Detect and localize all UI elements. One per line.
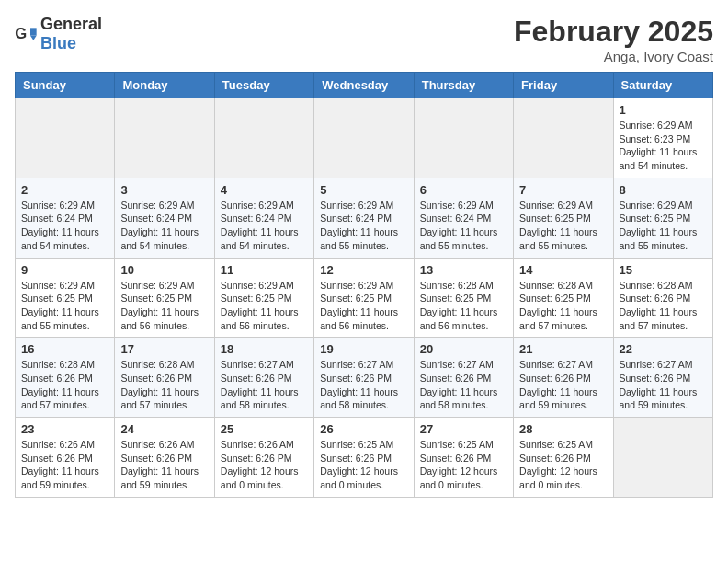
logo-general: General: [40, 15, 102, 33]
day-number: 4: [221, 183, 308, 197]
calendar-cell: 20Sunrise: 6:27 AM Sunset: 6:26 PM Dayli…: [414, 338, 513, 418]
calendar-cell: [16, 98, 115, 178]
day-info: Sunrise: 6:28 AM Sunset: 6:26 PM Dayligh…: [620, 279, 707, 333]
day-info: Sunrise: 6:29 AM Sunset: 6:24 PM Dayligh…: [120, 199, 208, 253]
day-info: Sunrise: 6:28 AM Sunset: 6:26 PM Dayligh…: [21, 358, 108, 412]
day-number: 14: [519, 263, 607, 277]
day-number: 11: [221, 263, 308, 277]
calendar-table: SundayMondayTuesdayWednesdayThursdayFrid…: [15, 72, 713, 498]
calendar-week-row: 23Sunrise: 6:26 AM Sunset: 6:26 PM Dayli…: [16, 418, 713, 498]
calendar-cell: 19Sunrise: 6:27 AM Sunset: 6:26 PM Dayli…: [314, 338, 414, 418]
logo-icon: G: [15, 25, 37, 43]
weekday-header: Tuesday: [214, 73, 313, 98]
calendar-week-row: 16Sunrise: 6:28 AM Sunset: 6:26 PM Dayli…: [16, 338, 713, 418]
day-number: 28: [519, 422, 607, 436]
calendar-cell: 26Sunrise: 6:25 AM Sunset: 6:26 PM Dayli…: [314, 418, 414, 498]
day-number: 5: [320, 183, 407, 197]
logo-text: General Blue: [40, 15, 102, 53]
calendar-cell: 12Sunrise: 6:29 AM Sunset: 6:25 PM Dayli…: [314, 258, 414, 338]
day-number: 1: [620, 103, 707, 117]
day-number: 7: [519, 183, 607, 197]
calendar-cell: [514, 98, 613, 178]
calendar-cell: 27Sunrise: 6:25 AM Sunset: 6:26 PM Dayli…: [414, 418, 513, 498]
day-info: Sunrise: 6:29 AM Sunset: 6:24 PM Dayligh…: [420, 199, 507, 253]
weekday-header: Wednesday: [314, 73, 414, 98]
calendar-cell: 15Sunrise: 6:28 AM Sunset: 6:26 PM Dayli…: [613, 258, 712, 338]
day-number: 9: [21, 263, 108, 277]
weekday-header: Friday: [514, 73, 613, 98]
logo-blue: Blue: [40, 34, 76, 52]
day-number: 3: [120, 183, 208, 197]
day-info: Sunrise: 6:29 AM Sunset: 6:25 PM Dayligh…: [221, 279, 308, 333]
day-number: 13: [420, 263, 507, 277]
day-info: Sunrise: 6:28 AM Sunset: 6:26 PM Dayligh…: [120, 358, 208, 412]
calendar-cell: 18Sunrise: 6:27 AM Sunset: 6:26 PM Dayli…: [214, 338, 313, 418]
day-info: Sunrise: 6:25 AM Sunset: 6:26 PM Dayligh…: [320, 438, 407, 492]
calendar-cell: 7Sunrise: 6:29 AM Sunset: 6:25 PM Daylig…: [514, 178, 613, 258]
calendar-cell: [613, 418, 712, 498]
day-info: Sunrise: 6:29 AM Sunset: 6:25 PM Dayligh…: [120, 279, 208, 333]
day-info: Sunrise: 6:27 AM Sunset: 6:26 PM Dayligh…: [620, 358, 707, 412]
day-number: 23: [21, 422, 108, 436]
calendar-cell: 22Sunrise: 6:27 AM Sunset: 6:26 PM Dayli…: [613, 338, 712, 418]
calendar-cell: 3Sunrise: 6:29 AM Sunset: 6:24 PM Daylig…: [115, 178, 214, 258]
day-info: Sunrise: 6:27 AM Sunset: 6:26 PM Dayligh…: [320, 358, 407, 412]
day-number: 8: [620, 183, 707, 197]
calendar-cell: 28Sunrise: 6:25 AM Sunset: 6:26 PM Dayli…: [514, 418, 613, 498]
day-info: Sunrise: 6:29 AM Sunset: 6:25 PM Dayligh…: [21, 279, 108, 333]
calendar-cell: 4Sunrise: 6:29 AM Sunset: 6:24 PM Daylig…: [214, 178, 313, 258]
calendar-cell: 2Sunrise: 6:29 AM Sunset: 6:24 PM Daylig…: [16, 178, 115, 258]
weekday-header: Monday: [115, 73, 214, 98]
day-number: 2: [21, 183, 108, 197]
day-info: Sunrise: 6:26 AM Sunset: 6:26 PM Dayligh…: [221, 438, 308, 492]
calendar-body: 1Sunrise: 6:29 AM Sunset: 6:23 PM Daylig…: [16, 98, 713, 498]
calendar-cell: 25Sunrise: 6:26 AM Sunset: 6:26 PM Dayli…: [214, 418, 313, 498]
calendar-cell: 17Sunrise: 6:28 AM Sunset: 6:26 PM Dayli…: [115, 338, 214, 418]
day-info: Sunrise: 6:29 AM Sunset: 6:25 PM Dayligh…: [320, 279, 407, 333]
day-number: 24: [120, 422, 208, 436]
day-number: 27: [420, 422, 507, 436]
day-info: Sunrise: 6:29 AM Sunset: 6:25 PM Dayligh…: [620, 199, 707, 253]
calendar-cell: 9Sunrise: 6:29 AM Sunset: 6:25 PM Daylig…: [16, 258, 115, 338]
day-info: Sunrise: 6:26 AM Sunset: 6:26 PM Dayligh…: [21, 438, 108, 492]
day-number: 26: [320, 422, 407, 436]
calendar-cell: 21Sunrise: 6:27 AM Sunset: 6:26 PM Dayli…: [514, 338, 613, 418]
calendar-cell: [115, 98, 214, 178]
calendar-cell: [214, 98, 313, 178]
calendar-cell: 8Sunrise: 6:29 AM Sunset: 6:25 PM Daylig…: [613, 178, 712, 258]
day-info: Sunrise: 6:29 AM Sunset: 6:24 PM Dayligh…: [21, 199, 108, 253]
day-info: Sunrise: 6:27 AM Sunset: 6:26 PM Dayligh…: [221, 358, 308, 412]
calendar-cell: 16Sunrise: 6:28 AM Sunset: 6:26 PM Dayli…: [16, 338, 115, 418]
day-info: Sunrise: 6:28 AM Sunset: 6:25 PM Dayligh…: [420, 279, 507, 333]
page-header: G General Blue February 2025 Anga, Ivory…: [15, 15, 713, 64]
calendar-cell: [314, 98, 414, 178]
calendar-week-row: 9Sunrise: 6:29 AM Sunset: 6:25 PM Daylig…: [16, 258, 713, 338]
calendar-cell: 5Sunrise: 6:29 AM Sunset: 6:24 PM Daylig…: [314, 178, 414, 258]
day-info: Sunrise: 6:29 AM Sunset: 6:24 PM Dayligh…: [320, 199, 407, 253]
calendar-cell: 1Sunrise: 6:29 AM Sunset: 6:23 PM Daylig…: [613, 98, 712, 178]
weekday-header-row: SundayMondayTuesdayWednesdayThursdayFrid…: [16, 73, 713, 98]
day-info: Sunrise: 6:28 AM Sunset: 6:25 PM Dayligh…: [519, 279, 607, 333]
calendar-week-row: 1Sunrise: 6:29 AM Sunset: 6:23 PM Daylig…: [16, 98, 713, 178]
location-title: Anga, Ivory Coast: [514, 49, 713, 64]
calendar-cell: [414, 98, 513, 178]
day-info: Sunrise: 6:26 AM Sunset: 6:26 PM Dayligh…: [120, 438, 208, 492]
calendar-header: SundayMondayTuesdayWednesdayThursdayFrid…: [16, 73, 713, 98]
day-number: 22: [620, 342, 707, 356]
day-number: 25: [221, 422, 308, 436]
day-info: Sunrise: 6:27 AM Sunset: 6:26 PM Dayligh…: [519, 358, 607, 412]
calendar-cell: 24Sunrise: 6:26 AM Sunset: 6:26 PM Dayli…: [115, 418, 214, 498]
day-number: 10: [120, 263, 208, 277]
month-title: February 2025: [514, 15, 713, 49]
day-info: Sunrise: 6:27 AM Sunset: 6:26 PM Dayligh…: [420, 358, 507, 412]
svg-text:G: G: [15, 25, 27, 42]
svg-marker-1: [30, 28, 37, 35]
day-info: Sunrise: 6:25 AM Sunset: 6:26 PM Dayligh…: [519, 438, 607, 492]
day-info: Sunrise: 6:25 AM Sunset: 6:26 PM Dayligh…: [420, 438, 507, 492]
day-number: 18: [221, 342, 308, 356]
title-area: February 2025 Anga, Ivory Coast: [514, 15, 713, 64]
day-info: Sunrise: 6:29 AM Sunset: 6:24 PM Dayligh…: [221, 199, 308, 253]
calendar-cell: 6Sunrise: 6:29 AM Sunset: 6:24 PM Daylig…: [414, 178, 513, 258]
calendar-cell: 11Sunrise: 6:29 AM Sunset: 6:25 PM Dayli…: [214, 258, 313, 338]
weekday-header: Thursday: [414, 73, 513, 98]
